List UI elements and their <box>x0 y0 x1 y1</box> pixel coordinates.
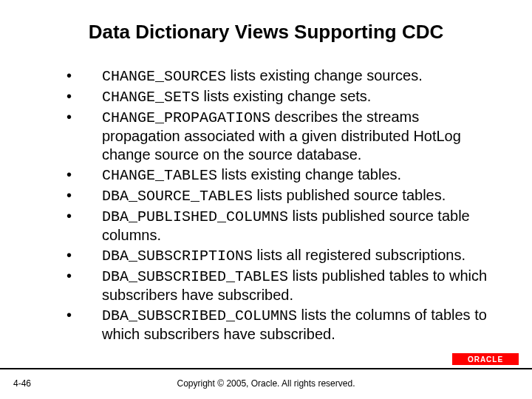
bullet-text: lists published source tables. <box>253 187 446 203</box>
bullet-text: lists existing change sets. <box>200 88 371 104</box>
code-term: DBA_SOURCE_TABLES <box>102 188 253 205</box>
footer-divider <box>0 368 532 369</box>
bullet-text: lists all registered subscriptions. <box>253 247 466 263</box>
bullet-text: lists existing change sources. <box>226 67 423 83</box>
list-item: CHANGE_PROPAGATIONS describes the stream… <box>66 108 488 164</box>
code-term: DBA_SUBSCRIBED_TABLES <box>102 268 288 285</box>
slide-title: Data Dictionary Views Supporting CDC <box>0 21 532 44</box>
list-item: CHANGE_SETS lists existing change sets. <box>66 87 488 106</box>
bullet-list: CHANGE_SOURCES lists existing change sou… <box>66 66 488 344</box>
code-term: CHANGE_SETS <box>102 89 200 106</box>
bullet-text: lists existing change tables. <box>217 166 401 183</box>
code-term: CHANGE_TABLES <box>102 167 217 184</box>
list-item: DBA_PUBLISHED_COLUMNS lists published so… <box>66 207 488 245</box>
list-item: DBA_SUBSCRIBED_TABLES lists published ta… <box>66 267 488 304</box>
code-term: CHANGE_SOURCES <box>102 68 226 85</box>
list-item: DBA_SUBSCRIPTIONS lists all registered s… <box>66 246 488 265</box>
list-item: DBA_SOURCE_TABLES lists published source… <box>66 186 488 205</box>
oracle-logo: ORACLE <box>452 353 519 365</box>
list-item: CHANGE_SOURCES lists existing change sou… <box>66 66 488 86</box>
code-term: DBA_PUBLISHED_COLUMNS <box>102 208 288 225</box>
list-item: CHANGE_TABLES lists existing change tabl… <box>66 166 488 185</box>
slide: Data Dictionary Views Supporting CDC CHA… <box>0 0 532 399</box>
list-item: DBA_SUBSCRIBED_COLUMNS lists the columns… <box>66 306 488 344</box>
code-term: CHANGE_PROPAGATIONS <box>102 109 270 126</box>
copyright-text: Copyright © 2005, Oracle. All rights res… <box>0 378 532 389</box>
slide-body: CHANGE_SOURCES lists existing change sou… <box>66 66 488 345</box>
oracle-logo-text: ORACLE <box>468 355 503 364</box>
code-term: DBA_SUBSCRIPTIONS <box>102 248 253 265</box>
code-term: DBA_SUBSCRIBED_COLUMNS <box>102 307 297 324</box>
